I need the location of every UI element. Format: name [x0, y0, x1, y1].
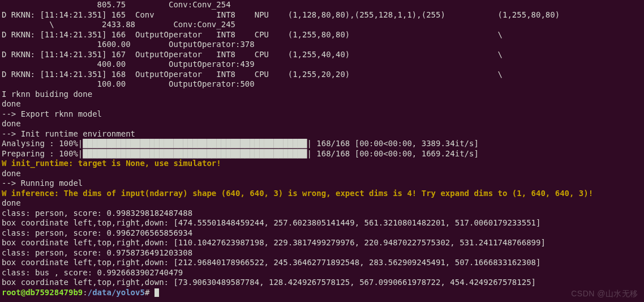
- terminal-line: done: [2, 119, 593, 129]
- terminal-line-text: --> Export rknn model: [2, 109, 102, 118]
- terminal-line: class: person, score: 0.9758736491203308: [2, 248, 593, 258]
- terminal-line-text: done: [2, 198, 21, 207]
- terminal-line: --> Init runtime environment: [2, 129, 593, 139]
- terminal-line: done: [2, 198, 593, 209]
- prompt-suffix: #: [145, 288, 149, 297]
- terminal-line: 805.75 Conv:Conv_254: [2, 0, 593, 10]
- terminal-line: 400.00 OutputOperator:439: [2, 59, 593, 70]
- terminal-line: W inference: The dims of input(ndarray) …: [2, 189, 593, 199]
- terminal-output[interactable]: 805.75 Conv:Conv_254D RKNN: [11:14:21.35…: [2, 0, 593, 297]
- terminal-line: Analysing : 100%|███████████████████████…: [2, 139, 593, 149]
- cursor: [154, 288, 159, 297]
- terminal-line-text: D RKNN: [11:14:21.351] 168 OutputOperato…: [2, 70, 503, 79]
- terminal-line: Preparing : 100%|███████████████████████…: [2, 149, 593, 159]
- terminal-line-text: --> Running model: [2, 178, 83, 188]
- terminal-line: box coordinate left,top,right,down: [474…: [2, 218, 593, 228]
- prompt-path: /data/yolov5: [88, 288, 145, 297]
- terminal-line-text: class: person, score: 0.9758736491203308: [2, 248, 192, 257]
- terminal-line-text: Preparing : 100%|███████████████████████…: [2, 149, 479, 158]
- terminal-line: done: [2, 99, 593, 109]
- terminal-line: 1600.00 OutputOperator:378: [2, 40, 593, 50]
- terminal-line-text: done: [2, 169, 21, 178]
- terminal-line-text: 1600.00 OutputOperator:378: [2, 40, 255, 49]
- terminal-line-text: box coordinate left,top,right,down: [73.…: [2, 278, 536, 287]
- terminal-line: class: person, score: 0.9983298182487488: [2, 209, 593, 219]
- terminal-line-text: box coordinate left,top,right,down: [110…: [2, 238, 546, 247]
- terminal-line: --> Export rknn model: [2, 109, 593, 120]
- terminal-line-text: D RKNN: [11:14:21.351] 167 OutputOperato…: [2, 50, 503, 59]
- terminal-line: D RKNN: [11:14:21.351] 168 OutputOperato…: [2, 70, 593, 80]
- prompt-user: root@db75928479b9: [2, 288, 83, 297]
- terminal-line-text: D RKNN: [11:14:21.351] 165 Conv INT8 NPU…: [2, 10, 560, 19]
- terminal-line-text: --> Init runtime environment: [2, 129, 135, 138]
- prompt-colon: :: [83, 288, 87, 297]
- terminal-line-text: box coordinate left,top,right,down: [212…: [2, 258, 540, 267]
- terminal-line: box coordinate left,top,right,down: [73.…: [2, 278, 593, 288]
- terminal-line-text: \ 2433.88 Conv:Conv_245: [2, 20, 235, 29]
- terminal-line-text: class: bus , score: 0.9926683902740479: [2, 268, 183, 277]
- terminal-line-text: D RKNN: [11:14:21.351] 166 OutputOperato…: [2, 30, 503, 39]
- terminal-line-text: 805.75 Conv:Conv_254: [2, 0, 231, 9]
- terminal-line: class: bus , score: 0.9926683902740479: [2, 268, 593, 278]
- terminal-line: D RKNN: [11:14:21.351] 167 OutputOperato…: [2, 50, 593, 60]
- terminal-line-text: W init_runtime: target is None, use simu…: [2, 159, 221, 168]
- terminal-line: \ 2433.88 Conv:Conv_245: [2, 20, 593, 30]
- terminal-line: D RKNN: [11:14:21.351] 165 Conv INT8 NPU…: [2, 10, 593, 20]
- terminal-line: box coordinate left,top,right,down: [110…: [2, 238, 593, 248]
- terminal-line-text: 400.00 OutputOperator:439: [2, 59, 255, 69]
- terminal-line-text: done: [2, 99, 21, 108]
- prompt-line[interactable]: root@db75928479b9:/data/yolov5#: [2, 288, 593, 298]
- terminal-line-text: I rknn buiding done: [2, 90, 92, 99]
- terminal-line-text: done: [2, 119, 21, 128]
- terminal-line: done: [2, 169, 593, 179]
- terminal-line-text: class: person, score: 0.9983298182487488: [2, 209, 192, 218]
- terminal-line-text: class: person, score: 0.9962706565856934: [2, 228, 192, 237]
- terminal-line-text: box coordinate left,top,right,down: [474…: [2, 218, 540, 227]
- terminal-line: I rknn buiding done: [2, 90, 593, 100]
- terminal-line: D RKNN: [11:14:21.351] 166 OutputOperato…: [2, 30, 593, 40]
- terminal-line: W init_runtime: target is None, use simu…: [2, 159, 593, 169]
- terminal-line-text: W inference: The dims of input(ndarray) …: [2, 189, 593, 198]
- terminal-line: 100.00 OutputOperator:500: [2, 79, 593, 90]
- terminal-line: class: person, score: 0.9962706565856934: [2, 228, 593, 239]
- terminal-line: box coordinate left,top,right,down: [212…: [2, 258, 593, 268]
- terminal-line-text: Analysing : 100%|███████████████████████…: [2, 139, 479, 148]
- terminal-line-text: 100.00 OutputOperator:500: [2, 79, 255, 88]
- terminal-line: --> Running model: [2, 178, 593, 189]
